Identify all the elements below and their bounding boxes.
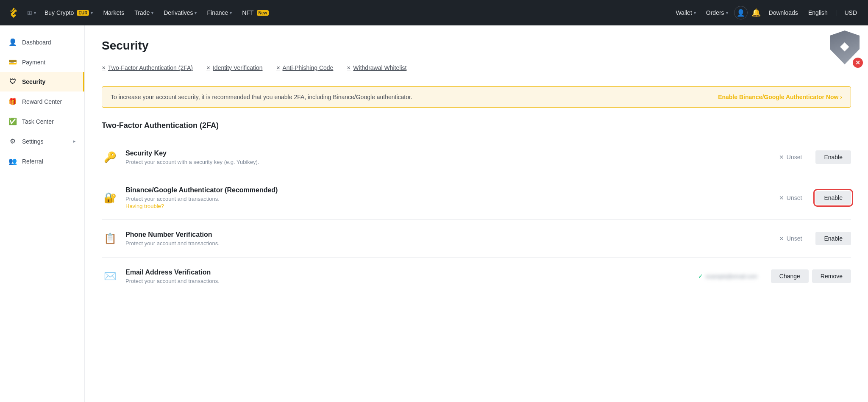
authenticator-status-x-icon: ✕ xyxy=(779,194,784,201)
banner-arrow-icon: › xyxy=(840,94,842,100)
finance-chevron: ▾ xyxy=(230,11,232,15)
sidebar-item-settings[interactable]: ⚙ Settings ▸ xyxy=(0,131,84,151)
buy-crypto-chevron: ▾ xyxy=(91,11,93,15)
nav-derivatives[interactable]: Derivatives ▾ xyxy=(159,0,202,25)
derivatives-chevron: ▾ xyxy=(195,11,197,15)
sidebar-item-payment[interactable]: 💳 Payment xyxy=(0,52,84,72)
tab-sep-2 xyxy=(266,63,273,73)
email-change-button[interactable]: Change xyxy=(771,269,809,283)
nav-wallet[interactable]: Wallet ▾ xyxy=(671,0,700,25)
email-status-check-icon: ✓ xyxy=(698,273,703,280)
apps-chevron-icon: ▾ xyxy=(34,11,36,15)
shield-diamond-icon: ◆ xyxy=(840,39,849,53)
tfa-item-authenticator: 🔐 Binance/Google Authenticator (Recommen… xyxy=(102,176,851,220)
email-remove-button[interactable]: Remove xyxy=(812,269,851,283)
email-status: ✓ example@email.com xyxy=(698,273,757,280)
page-layout: 👤 Dashboard 💳 Payment 🛡 Security 🎁 Rewar… xyxy=(0,25,868,402)
email-name: Email Address Verification xyxy=(125,269,691,276)
payment-icon: 💳 xyxy=(8,58,17,66)
email-button-group: Change Remove xyxy=(771,269,851,283)
trade-chevron: ▾ xyxy=(151,11,153,15)
profile-icon[interactable]: 👤 xyxy=(734,6,748,19)
authenticator-icon: 🔐 xyxy=(102,189,119,206)
sidebar-item-task-center[interactable]: ✅ Task Center xyxy=(0,111,84,131)
security-key-info: Security Key Protect your account with a… xyxy=(125,150,772,165)
security-icon: 🛡 xyxy=(8,78,17,86)
nav-buy-crypto[interactable]: Buy Crypto EUR ▾ xyxy=(39,0,98,25)
email-icon: ✉️ xyxy=(102,268,119,285)
tab-2fa[interactable]: ✕ Two-Factor Authentication (2FA) xyxy=(102,63,193,73)
nav-markets[interactable]: Markets xyxy=(98,0,129,25)
tab-x-icon-1: ✕ xyxy=(206,65,210,71)
phone-info: Phone Number Verification Protect your a… xyxy=(125,231,772,247)
tfa-item-email: ✉️ Email Address Verification Protect yo… xyxy=(102,258,851,295)
phone-status-x-icon: ✕ xyxy=(779,235,784,242)
settings-icon: ⚙ xyxy=(8,137,17,145)
task-icon: ✅ xyxy=(8,117,17,125)
logo-area[interactable] xyxy=(7,6,20,19)
nav-nft[interactable]: NFT New xyxy=(237,0,274,25)
security-key-status: ✕ Unset xyxy=(779,154,802,161)
authenticator-info: Binance/Google Authenticator (Recommende… xyxy=(125,186,772,209)
authenticator-desc: Protect your account and transactions. xyxy=(125,196,772,202)
security-key-enable-button[interactable]: Enable xyxy=(815,150,851,164)
tab-antiphishing[interactable]: ✕ Anti-Phishing Code xyxy=(276,63,334,73)
nav-usd[interactable]: USD xyxy=(840,0,861,25)
nav-orders[interactable]: Orders ▾ xyxy=(702,0,732,25)
banner-text: To increase your account security, it is… xyxy=(111,94,412,100)
settings-arrow-icon: ▸ xyxy=(73,139,76,144)
authenticator-status: ✕ Unset xyxy=(779,194,802,201)
tab-sep-1 xyxy=(196,63,203,73)
phone-name: Phone Number Verification xyxy=(125,231,772,238)
phone-desc: Protect your account and transactions. xyxy=(125,240,772,247)
nav-finance[interactable]: Finance ▾ xyxy=(202,0,237,25)
email-info: Email Address Verification Protect your … xyxy=(125,269,691,284)
dashboard-icon: 👤 xyxy=(8,38,17,46)
tab-x-icon-2: ✕ xyxy=(276,65,280,71)
nav-trade[interactable]: Trade ▾ xyxy=(129,0,159,25)
eur-badge: EUR xyxy=(77,10,89,16)
section-title-2fa: Two-Factor Authentication (2FA) xyxy=(102,121,851,130)
email-address-value: example@email.com xyxy=(706,273,757,280)
authenticator-enable-button[interactable]: Enable xyxy=(815,191,851,205)
tfa-item-security-key: 🔑 Security Key Protect your account with… xyxy=(102,139,851,176)
sidebar: 👤 Dashboard 💳 Payment 🛡 Security 🎁 Rewar… xyxy=(0,25,85,402)
main-content: Security ✕ Two-Factor Authentication (2F… xyxy=(85,25,868,402)
shield-close-button[interactable]: ✕ xyxy=(853,58,863,68)
security-key-icon: 🔑 xyxy=(102,149,119,166)
tab-x-icon-0: ✕ xyxy=(102,65,106,71)
main-nav-links: Buy Crypto EUR ▾ Markets Trade ▾ Derivat… xyxy=(39,0,274,25)
sidebar-item-dashboard[interactable]: 👤 Dashboard xyxy=(0,32,84,52)
binance-logo xyxy=(7,6,20,19)
security-key-desc: Protect your account with a security key… xyxy=(125,159,772,165)
phone-status: ✕ Unset xyxy=(779,235,802,242)
nav-downloads[interactable]: Downloads xyxy=(765,0,802,25)
email-desc: Protect your account and transactions. xyxy=(125,278,691,284)
phone-enable-button[interactable]: Enable xyxy=(815,232,851,245)
page-title: Security xyxy=(102,39,851,53)
apps-menu-button[interactable]: ⊞ ▾ xyxy=(24,0,39,25)
shield-badge: ◆ ✕ xyxy=(830,30,860,64)
referral-icon: 👥 xyxy=(8,157,17,165)
reward-icon: 🎁 xyxy=(8,97,17,105)
tfa-item-phone: 📋 Phone Number Verification Protect your… xyxy=(102,220,851,258)
security-banner: To increase your account security, it is… xyxy=(102,86,851,108)
authenticator-name: Binance/Google Authenticator (Recommende… xyxy=(125,186,772,194)
security-key-name: Security Key xyxy=(125,150,772,157)
banner-cta-button[interactable]: Enable Binance/Google Authenticator Now … xyxy=(718,94,842,100)
nav-divider: | xyxy=(834,9,839,16)
orders-chevron: ▾ xyxy=(726,11,728,15)
apps-grid-icon: ⊞ xyxy=(27,9,32,16)
bell-icon[interactable]: 🔔 xyxy=(749,6,763,19)
nav-english[interactable]: English xyxy=(804,0,832,25)
tab-whitelist[interactable]: ✕ Withdrawal Whitelist xyxy=(347,63,406,73)
nav-right-area: Wallet ▾ Orders ▾ 👤 🔔 Downloads English … xyxy=(671,0,861,25)
authenticator-trouble-link[interactable]: Having trouble? xyxy=(125,203,164,209)
tab-identity[interactable]: ✕ Identity Verification xyxy=(206,63,263,73)
security-tabs: ✕ Two-Factor Authentication (2FA) ✕ Iden… xyxy=(102,63,851,73)
sidebar-item-referral[interactable]: 👥 Referral xyxy=(0,151,84,171)
sidebar-item-security[interactable]: 🛡 Security xyxy=(0,72,84,91)
wallet-chevron: ▾ xyxy=(694,11,696,15)
sidebar-item-reward-center[interactable]: 🎁 Reward Center xyxy=(0,91,84,111)
tab-x-icon-3: ✕ xyxy=(347,65,351,71)
